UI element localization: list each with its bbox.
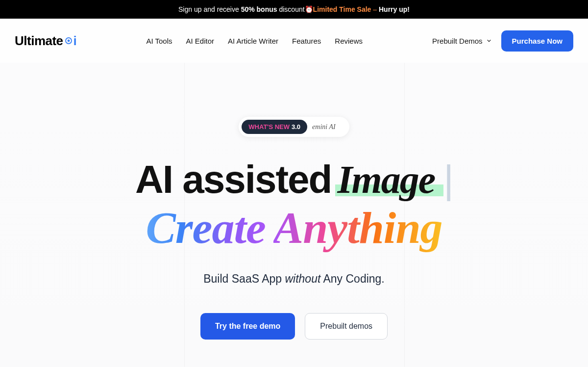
banner-discount: discount — [277, 5, 305, 13]
nav-ai-tools[interactable]: AI Tools — [146, 37, 172, 45]
title-image-wrap: Image — [337, 159, 435, 200]
logo-ai: i — [64, 33, 77, 49]
whats-new-version: 3.0 — [292, 123, 300, 131]
main-header: Ultimatei AI Tools AI Editor AI Article … — [0, 19, 588, 63]
chevron-down-icon — [487, 38, 491, 43]
cta-row: Try the free demo Prebuilt demos — [0, 313, 588, 340]
nav-article-writer[interactable]: AI Article Writer — [228, 37, 278, 45]
cursor-icon: | — [443, 159, 453, 200]
hero-subtitle: Build SaaS App without Any Coding. — [0, 272, 588, 286]
sub-italic: without — [285, 272, 320, 285]
clock-icon: ⏰ — [305, 5, 313, 13]
banner-hurry: Hurry up! — [379, 5, 410, 13]
nav-reviews[interactable]: Reviews — [335, 37, 363, 45]
banner-dash: – — [371, 5, 379, 13]
nav-features[interactable]: Features — [292, 37, 321, 45]
purchase-button[interactable]: Purchase Now — [501, 30, 573, 52]
prebuilt-label: Prebuilt Demos — [432, 37, 483, 45]
prebuilt-demos-button[interactable]: Prebuilt demos — [305, 313, 388, 340]
logo-text: Ultimate — [15, 33, 63, 49]
banner-sale: Limited Time Sale — [313, 5, 371, 13]
banner-bonus: 50% bonus — [241, 5, 277, 13]
nav-ai-editor[interactable]: AI Editor — [186, 37, 214, 45]
header-actions: Prebuilt Demos Purchase Now — [432, 30, 573, 52]
sub-suffix: Any Coding. — [320, 272, 384, 285]
title-line-2: CreateAnything — [0, 204, 588, 252]
hero-section: WHAT'S NEW3.0 emini AI AI assisted Image… — [0, 63, 588, 367]
title-image: Image — [337, 158, 435, 201]
title-anything: Anything — [273, 203, 442, 253]
whats-new-label: WHAT'S NEW — [248, 123, 290, 131]
promo-banner: Sign up and receive 50% bonus discount⏰L… — [0, 0, 588, 19]
logo-icon — [64, 36, 73, 45]
banner-prefix: Sign up and receive — [178, 5, 241, 13]
title-assisted: AI assisted — [135, 159, 331, 200]
title-create: Create — [146, 203, 265, 253]
hero-title: AI assisted Image | CreateAnything — [0, 159, 588, 252]
sub-prefix: Build SaaS App — [203, 272, 285, 285]
whats-new-text: emini AI — [312, 123, 336, 131]
whats-new-pill[interactable]: WHAT'S NEW3.0 emini AI — [239, 117, 349, 137]
whats-new-badge: WHAT'S NEW3.0 — [242, 120, 307, 134]
prebuilt-demos-dropdown[interactable]: Prebuilt Demos — [432, 37, 491, 45]
title-line-1: AI assisted Image | — [0, 159, 588, 200]
main-nav: AI Tools AI Editor AI Article Writer Fea… — [146, 37, 363, 45]
logo[interactable]: Ultimatei — [15, 33, 76, 49]
try-demo-button[interactable]: Try the free demo — [200, 313, 295, 340]
svg-point-1 — [68, 40, 69, 42]
